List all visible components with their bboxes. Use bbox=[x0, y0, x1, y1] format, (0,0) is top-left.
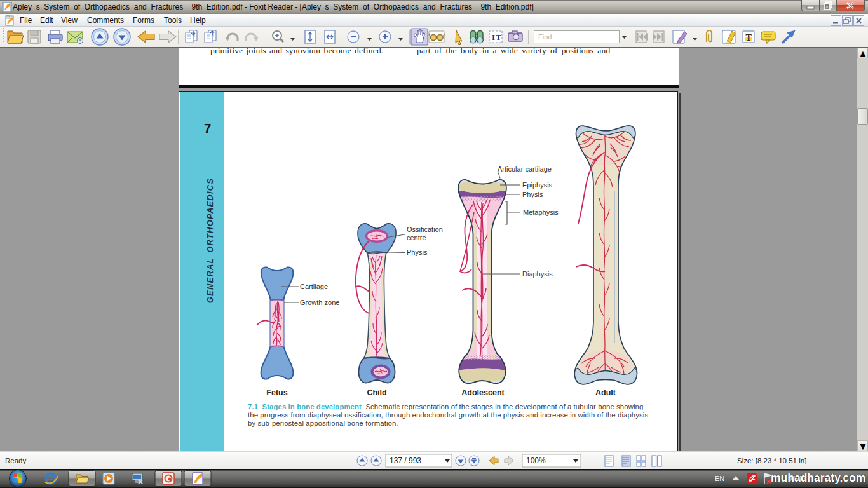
svg-text:Articular cartilage: Articular cartilage bbox=[498, 165, 552, 173]
svg-text:centre: centre bbox=[407, 234, 426, 241]
svg-text:137 / 993: 137 / 993 bbox=[390, 456, 421, 465]
svg-text:Adolescent: Adolescent bbox=[461, 388, 505, 397]
svg-text:T: T bbox=[496, 32, 501, 42]
svg-text:Physis: Physis bbox=[522, 191, 543, 198]
svg-text:Metaphysis: Metaphysis bbox=[523, 208, 559, 216]
svg-text:Ossification: Ossification bbox=[407, 226, 443, 233]
svg-text:EN: EN bbox=[715, 475, 724, 482]
svg-text:Cartilage: Cartilage bbox=[300, 283, 328, 290]
svg-text:Fetus: Fetus bbox=[266, 388, 287, 397]
svg-text:Diaphysis: Diaphysis bbox=[522, 270, 553, 278]
svg-text:Physis: Physis bbox=[407, 248, 428, 256]
svg-text:Epiphysis: Epiphysis bbox=[522, 181, 553, 189]
svg-text:100%: 100% bbox=[526, 456, 546, 465]
svg-text:Growth zone: Growth zone bbox=[300, 299, 339, 306]
svg-text:Child: Child bbox=[367, 388, 386, 397]
svg-text:Adult: Adult bbox=[595, 388, 616, 397]
svg-text:muhadharaty.com: muhadharaty.com bbox=[771, 471, 865, 484]
svg-text:I: I bbox=[492, 32, 495, 42]
svg-text:T: T bbox=[746, 33, 752, 43]
